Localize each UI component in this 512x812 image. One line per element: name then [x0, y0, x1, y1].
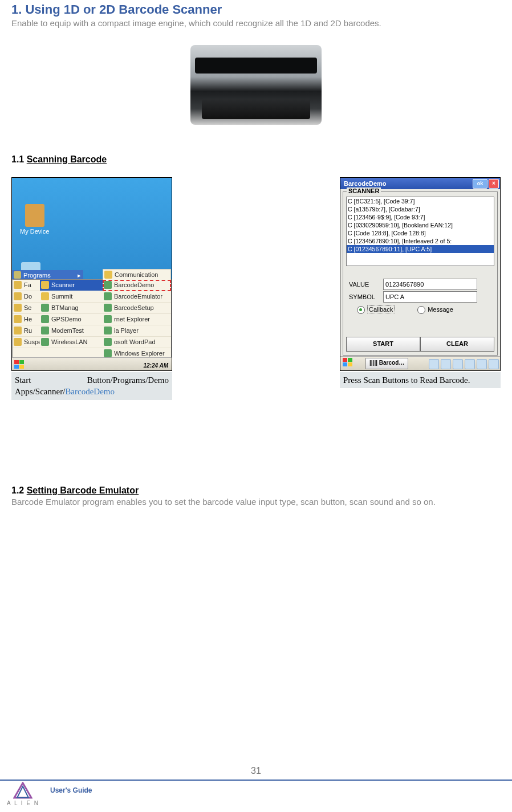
tray-icon[interactable]: [441, 359, 451, 369]
menu-item[interactable]: Fa: [13, 280, 40, 291]
taskbar: 12:24 AM: [12, 357, 172, 370]
taskbar: ||||| Barcod…: [340, 356, 500, 370]
intro-text: Enable to equip with a compact image eng…: [11, 18, 501, 28]
menu-item[interactable]: Summit: [40, 291, 103, 303]
section-1-2-title: Setting Barcode Emulator: [27, 485, 139, 495]
menu-item-barcodedemo[interactable]: BarcodeDemo: [103, 280, 171, 291]
start-button[interactable]: START: [346, 337, 420, 352]
menu-item[interactable]: GPSDemo: [40, 314, 103, 325]
radio-icon: [417, 306, 425, 314]
start-button-icon[interactable]: [343, 358, 353, 367]
screenshot-start-menu: My Device Recycle Bin Programs▸ Fa Do Se…: [11, 177, 172, 371]
cascading-menus: Fa Do Se He Ru Suspena Scanner Summit BT…: [12, 279, 172, 358]
menu-item[interactable]: ia Player: [103, 325, 171, 337]
window-title: BarcodeDemo: [344, 180, 387, 187]
start-button-icon[interactable]: [14, 360, 25, 369]
tray-icon[interactable]: [489, 359, 499, 369]
radio-message[interactable]: Message: [417, 306, 453, 314]
list-item-selected[interactable]: C [01234567890:11], [UPC A:5]: [347, 245, 494, 253]
brand-logo-icon: [13, 782, 32, 799]
menu-item-barcodeemulator[interactable]: BarcodeEmulator: [103, 291, 171, 303]
close-button[interactable]: ×: [489, 179, 499, 189]
scan-result-list[interactable]: C [BC321:5], [Code 39:7] C [a13579b:7], …: [346, 197, 494, 266]
list-item[interactable]: C [1234567890:10], [Interleaved 2 of 5:: [347, 237, 494, 245]
list-item[interactable]: C [Code 128:8], [Code 128:8]: [347, 229, 494, 237]
symbol-field: UPC A: [383, 291, 477, 303]
screenshot-barcodedemo: BarcodeDemo ok × SCANNER C [BC321:5], [C…: [340, 177, 501, 371]
taskbar-clock: 12:24 AM: [143, 362, 168, 369]
taskbar-app-button[interactable]: ||||| Barcod…: [365, 358, 408, 369]
symbol-label: SYMBOL: [349, 293, 383, 300]
list-item[interactable]: C [a13579b:7], [Codabar:7]: [347, 205, 494, 213]
list-item[interactable]: C [123456-9$:9], [Code 93:7]: [347, 213, 494, 221]
menu-item-scanner[interactable]: Scanner: [40, 280, 103, 291]
menu-item[interactable]: Suspena: [13, 337, 40, 348]
page-number: 31: [0, 766, 512, 776]
menu-item[interactable]: Se: [13, 303, 40, 314]
value-field: 01234567890: [383, 279, 477, 290]
tray-icon[interactable]: [453, 359, 463, 369]
system-tray: [429, 359, 499, 369]
radio-icon: [357, 306, 365, 314]
footer-users-guide: User's Guide: [50, 786, 92, 794]
list-item[interactable]: C [BC321:5], [Code 39:7]: [347, 197, 494, 205]
page-footer: 31 User's Guide A L I E N: [0, 766, 512, 806]
menu-item[interactable]: He: [13, 314, 40, 325]
menu-item[interactable]: rnet Explorer: [103, 314, 171, 325]
desktop-icon-my-device[interactable]: My Device: [20, 204, 49, 235]
menu-item[interactable]: Do: [13, 291, 40, 303]
scanner-groupbox: SCANNER C [BC321:5], [Code 39:7] C [a135…: [343, 191, 498, 356]
tray-icon[interactable]: [465, 359, 475, 369]
section-1-1-prefix: 1.1: [11, 154, 27, 164]
section-1-1-title: Scanning Barcode: [27, 154, 107, 164]
tray-icon[interactable]: [429, 359, 439, 369]
groupbox-title: SCANNER: [347, 187, 381, 194]
menu-item[interactable]: ModemTest: [40, 325, 103, 337]
section-1-2-prefix: 1.2: [11, 485, 27, 495]
radio-callback[interactable]: Callback: [357, 306, 395, 314]
list-item[interactable]: C [0330290959:10], [Bookland EAN:12]: [347, 221, 494, 229]
menu-item[interactable]: WirelessLAN: [40, 337, 103, 348]
menu-item[interactable]: osoft WordPad: [103, 337, 171, 348]
menu-item-communication[interactable]: Communication: [103, 269, 171, 280]
clear-button[interactable]: CLEAR: [420, 337, 494, 352]
menu-item-barcodesetup[interactable]: BarcodeSetup: [103, 303, 171, 314]
right-caption: Press Scan Buttons to Read Barcode.: [340, 372, 501, 388]
menu-item[interactable]: Ru: [13, 325, 40, 337]
device-photo: [190, 45, 322, 125]
heading-1: 1. Using 1D or 2D Barcode Scanner: [11, 2, 501, 17]
ok-button[interactable]: ok: [473, 179, 487, 189]
value-label: VALUE: [349, 281, 383, 288]
footer-brand: A L I E N: [7, 800, 512, 806]
section-1-2-body: Barcode Emulator program enables you to …: [11, 497, 501, 507]
tray-icon[interactable]: [477, 359, 487, 369]
menu-item[interactable]: BTManag: [40, 303, 103, 314]
left-caption: Start Button/Programs/Demo Apps/Scanner/…: [11, 372, 172, 400]
